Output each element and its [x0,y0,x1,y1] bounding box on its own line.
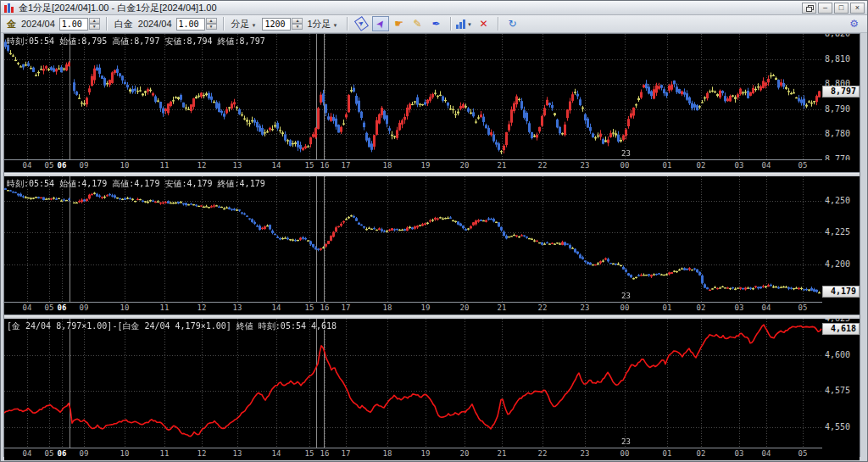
bar-type-dropdown[interactable]: 分足▼ [231,18,259,31]
platinum-ratio-input[interactable] [176,18,205,31]
x-tick-label: 22 [538,303,548,312]
select-arrow-tool-button[interactable]: ➤ [372,16,389,31]
y-tick-label: 4,550 [825,422,850,431]
x-tick-label: 05 [45,303,54,312]
float-window-button[interactable] [802,3,816,14]
x-tick-label: 15 [305,161,314,170]
x-tick-label: 15 [305,303,314,312]
x-tick-label: 19 [421,161,431,170]
panel-platinum-1min: 時刻:05:54 始値:4,179 高値:4,179 安値:4,179 終値:4… [4,176,860,314]
refresh-tool-button[interactable]: ↻ [504,16,521,31]
platinum-ratio-spinner[interactable]: ▲▼ [206,18,217,30]
date-change-label: 23 [621,437,631,446]
x-tick-label: 15 [305,449,314,458]
x-tick-label: 05 [45,449,54,458]
x-tick-label: 23 [581,449,590,458]
window-title: 金1分足[2024/04]1.00 - 白金1分足[2024/04]1.00 [19,2,217,14]
gold-month-label: 2024/04 [21,19,55,29]
y-tick-label: 8,820 [825,34,850,38]
x-axis-platinum-1min: 0405060910111213141516171819202122230001… [4,303,860,314]
x-tick-label: 23 [581,303,590,312]
panel-separator [4,172,860,176]
x-tick-label: 21 [498,303,507,312]
last-price-box-platinum-1min: 4,179 [822,286,860,298]
x-tick-label: 21 [498,161,507,170]
x-tick-label: 12 [198,449,207,458]
x-tick-label: 20 [460,303,470,312]
y-axis-gold-platinum-spread: 4,6254,6004,5754,5504,618 [822,319,860,460]
chart-type-tool-icon [456,19,465,29]
title-bar: 金1分足[2024/04]1.00 - 白金1分足[2024/04]1.00 –… [1,1,867,15]
platinum-month-label: 2024/04 [138,19,172,29]
x-tick-label: 10 [120,449,130,458]
toolbar-separator [106,17,108,31]
x-tick-label: 09 [80,161,89,170]
chart-region: 時刻:05:54 始値:8,795 高値:8,797 安値:8,794 終値:8… [3,33,860,457]
gold-ratio-input[interactable] [59,18,88,31]
y-tick-label: 4,200 [825,259,850,269]
x-tick-label: 13 [233,449,242,458]
x-tick-label: 21 [498,449,507,458]
x-tick-label: 18 [383,303,392,312]
date-change-label: 23 [621,292,631,300]
x-tick-label: 01 [663,449,672,458]
last-price-box-gold-1min: 8,797 [822,86,860,97]
x-tick-label: 05 [798,449,808,458]
x-tick-label: 11 [160,449,170,458]
clear-chart-tool-icon: ✕ [480,19,488,29]
float-window-icon [806,5,813,11]
refresh-tool-icon: ↻ [509,19,517,29]
x-tick-label: 00 [620,449,630,458]
plot-gold-1min[interactable] [4,34,823,160]
x-tick-label: 06 [58,161,67,170]
x-tick-label: 16 [320,303,330,312]
bar-count-input[interactable] [262,18,291,31]
x-tick-label: 04 [762,303,771,312]
platinum-symbol-label: 白金 [114,18,133,31]
pen-tool-button[interactable]: ✒ [428,16,445,31]
minimize-button[interactable]: – [818,3,832,14]
maximize-button[interactable]: □ [834,3,849,14]
settings-wrench-icon[interactable]: ⚙ [849,19,859,29]
interval-dropdown[interactable]: 1分足▼ [307,18,339,31]
x-tick-label: 03 [735,161,744,170]
y-tick-label: 4,250 [825,196,850,205]
chart-cursor-tool-button[interactable]: ➤ [353,16,370,31]
hand-tool-button[interactable]: ☛ [391,16,408,31]
gold-ratio-spinner[interactable]: ▲▼ [89,18,100,30]
clear-chart-tool-button[interactable]: ✕ [476,16,492,31]
x-tick-label: 23 [581,161,590,170]
x-tick-label: 12 [198,161,207,170]
x-tick-label: 14 [272,449,281,458]
toolbar-separator [498,17,499,31]
x-axis-gold-1min: 0405060910111213141516171819202122230001… [4,160,860,172]
x-tick-label: 20 [460,161,470,170]
y-tick-label: 4,600 [825,350,850,359]
plot-platinum-1min[interactable] [4,176,823,303]
x-tick-label: 18 [383,161,392,170]
bar-count-spinner[interactable]: ▲▼ [292,18,303,30]
pen-tool-icon: ✒ [432,19,441,29]
x-tick-label: 09 [80,449,89,458]
x-tick-label: 04 [762,161,771,170]
pencil-tool-button[interactable]: ✎ [409,16,426,31]
x-tick-label: 16 [320,161,330,170]
x-tick-label: 02 [697,161,706,170]
x-tick-label: 17 [342,303,351,312]
y-tick-label: 8,780 [825,129,850,138]
x-tick-label: 20 [460,449,470,458]
x-tick-label: 02 [697,449,706,458]
y-tick-label: 8,790 [825,104,850,114]
x-tick-label: 19 [421,449,431,458]
toolbar-separator [347,17,348,31]
x-tick-label: 09 [80,303,89,312]
x-tick-label: 05 [798,303,808,312]
chart-type-tool-button[interactable]: ▼ [457,16,474,31]
panel-gold-1min: 時刻:05:54 始値:8,795 高値:8,797 安値:8,794 終値:8… [4,34,860,172]
toolbar-separator [450,17,452,31]
plot-gold-platinum-spread[interactable] [4,319,823,448]
y-tick-label: 8,810 [825,54,850,64]
close-button[interactable]: × [850,3,865,14]
y-tick-label: 4,225 [825,227,850,237]
x-tick-label: 01 [663,303,672,312]
